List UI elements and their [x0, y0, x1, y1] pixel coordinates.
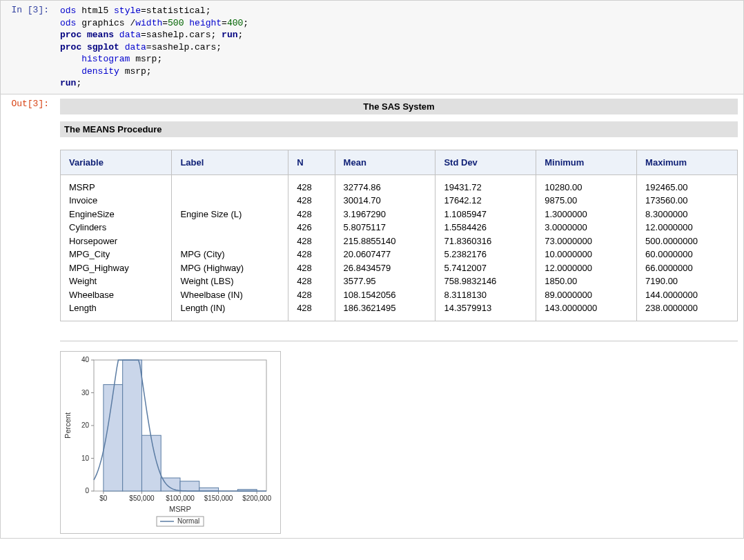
- cell-value: 428: [297, 288, 326, 302]
- cell-value: 60.0000000: [645, 248, 729, 261]
- cell-value: Length (IN): [180, 301, 280, 315]
- cell-value: 12.0000000: [645, 221, 729, 234]
- cell-value: Wheelbase: [69, 288, 163, 302]
- hist-bar: [141, 435, 161, 491]
- output-area: The SAS System The MEANS Procedure Varia…: [55, 94, 743, 538]
- table-col: 192465.00173560.008.300000012.0000000500…: [637, 174, 738, 321]
- code-block: ods html5 style=statistical; ods graphic…: [60, 5, 738, 90]
- cell-value: Wheelbase (IN): [180, 288, 280, 302]
- cell-value: 66.0000000: [645, 261, 729, 275]
- col-header: Mean: [335, 150, 435, 174]
- cell-value: 500.0000000: [645, 234, 729, 248]
- cell-value: 17642.12: [444, 194, 527, 208]
- cell-value: [180, 181, 280, 194]
- cell-value: 238.0000000: [645, 301, 729, 315]
- cell-value: 7190.00: [645, 274, 729, 288]
- table-col: 428428428426428428428428428428: [288, 174, 335, 321]
- cell-value: 426: [297, 221, 326, 234]
- cell-value: 428: [297, 234, 326, 248]
- cell-value: 3.1967290: [344, 208, 427, 221]
- cell-value: 1.1085947: [444, 208, 527, 221]
- histogram-chart: 010203040$0$50,000$100,000$150,000$200,0…: [60, 351, 281, 534]
- cell-value: 1.5584426: [444, 221, 527, 234]
- table-col: Engine Size (L) MPG (City)MPG (Highway)W…: [172, 174, 288, 321]
- cell-value: 10280.00: [545, 181, 628, 194]
- cell-value: 9875.00: [545, 194, 628, 208]
- y-tick-label: 40: [81, 356, 90, 363]
- cell-value: EngineSize: [69, 208, 163, 221]
- cell-value: 5.2382176: [444, 248, 527, 261]
- cell-value: Weight (LBS): [180, 274, 280, 288]
- x-tick-label: $150,000: [204, 494, 233, 502]
- cell-value: 428: [297, 274, 326, 288]
- cell-value: 428: [297, 248, 326, 261]
- cell-value: 758.9832146: [444, 274, 527, 288]
- proc-title: The MEANS Procedure: [60, 121, 738, 137]
- cell-value: 428: [297, 181, 326, 194]
- cell-value: MPG (City): [180, 248, 280, 261]
- cell-value: Horsepower: [69, 234, 163, 248]
- cell-value: 32774.86: [344, 181, 427, 194]
- table-col: MSRPInvoiceEngineSizeCylindersHorsepower…: [61, 174, 172, 321]
- cell-value: MPG_City: [69, 248, 163, 261]
- sas-system-title: The SAS System: [60, 99, 738, 114]
- hist-bar: [123, 360, 142, 491]
- col-header: Variable: [61, 150, 172, 174]
- cell-value: 19431.72: [444, 181, 527, 194]
- means-table: VariableLabelNMeanStd DevMinimumMaximum …: [60, 150, 738, 321]
- y-axis-label: Percent: [63, 412, 72, 439]
- col-header: Minimum: [536, 150, 637, 174]
- x-tick-label: $200,000: [242, 494, 271, 502]
- y-tick-label: 0: [85, 487, 89, 494]
- cell-value: 108.1542056: [344, 288, 427, 302]
- x-axis-label: MSRP: [169, 505, 191, 513]
- cell-value: [180, 194, 280, 208]
- hist-bar: [180, 481, 199, 491]
- x-tick-label: $0: [99, 494, 108, 502]
- x-tick-label: $50,000: [129, 494, 155, 502]
- cell-value: 144.0000000: [645, 288, 729, 302]
- cell-value: 428: [297, 194, 326, 208]
- cell-value: 20.0607477: [344, 248, 427, 261]
- cell-value: 428: [297, 208, 326, 221]
- cell-value: 3577.95: [344, 274, 427, 288]
- cell-value: 73.0000000: [545, 234, 628, 248]
- cell-value: 10.0000000: [545, 248, 628, 261]
- cell-value: MSRP: [69, 181, 163, 194]
- separator: [60, 341, 738, 341]
- cell-value: 5.7412007: [444, 261, 527, 275]
- cell-value: 8.3000000: [645, 208, 729, 221]
- col-header: Std Dev: [435, 150, 536, 174]
- cell-value: MPG_Highway: [69, 261, 163, 275]
- table-col: 19431.7217642.121.10859471.558442671.836…: [435, 174, 536, 321]
- cell-value: 428: [297, 261, 326, 275]
- cell-value: 186.3621495: [344, 301, 427, 315]
- table-col: 10280.009875.001.30000003.000000073.0000…: [536, 174, 637, 321]
- cell-value: [180, 221, 280, 234]
- table-col: 32774.8630014.703.19672905.8075117215.88…: [335, 174, 435, 321]
- cell-value: Length: [69, 301, 163, 315]
- code-area[interactable]: ods html5 style=statistical; ods graphic…: [55, 1, 743, 94]
- cell-value: 14.3579913: [444, 301, 527, 315]
- cell-value: 12.0000000: [545, 261, 628, 275]
- col-header: Label: [172, 150, 288, 174]
- y-tick-label: 30: [81, 388, 90, 396]
- cell-value: 26.8434579: [344, 261, 427, 275]
- y-tick-label: 20: [81, 421, 90, 429]
- output-cell: Out[3]: The SAS System The MEANS Procedu…: [0, 94, 744, 539]
- cell-value: 8.3118130: [444, 288, 527, 302]
- col-header: Maximum: [637, 150, 738, 174]
- input-cell[interactable]: In [3]: ods html5 style=statistical; ods…: [0, 0, 744, 94]
- cell-value: MPG (Highway): [180, 261, 280, 275]
- cell-value: [180, 234, 280, 248]
- cell-value: 1850.00: [545, 274, 628, 288]
- input-prompt: In [3]:: [1, 1, 55, 94]
- cell-value: 1.3000000: [545, 208, 628, 221]
- cell-value: 5.8075117: [344, 221, 427, 234]
- x-tick-label: $100,000: [166, 494, 195, 502]
- cell-value: 89.0000000: [545, 288, 628, 302]
- cell-value: 215.8855140: [344, 234, 427, 248]
- cell-value: 428: [297, 301, 326, 315]
- cell-value: Invoice: [69, 194, 163, 208]
- cell-value: 173560.00: [645, 194, 729, 208]
